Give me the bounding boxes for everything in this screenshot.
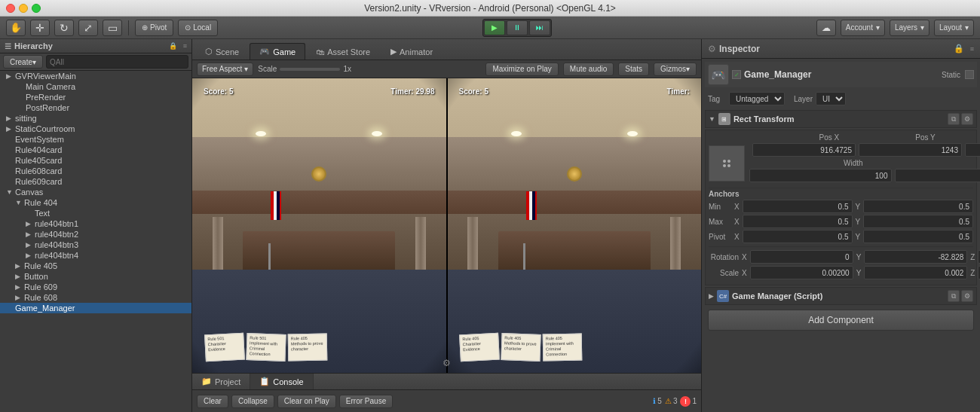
rot-y-input[interactable] [864, 250, 967, 264]
tree-item-button[interactable]: ▶ Button [0, 271, 191, 282]
rot-x-input[interactable] [750, 250, 853, 264]
tab-scene[interactable]: ⬡ Scene [195, 43, 249, 60]
rect-transform-copy-icon[interactable]: ⧉ [948, 113, 960, 125]
maximize-button[interactable] [32, 4, 41, 13]
local-label: Local [193, 23, 211, 32]
tab-console[interactable]: 📋 Console [250, 374, 313, 389]
tree-item-rule608[interactable]: ▶ Rule 608 [0, 292, 191, 303]
script-copy-icon[interactable]: ⧉ [948, 290, 960, 302]
static-checkbox[interactable] [965, 70, 974, 79]
max-x-input[interactable] [743, 215, 853, 228]
create-button[interactable]: Create ▾ [3, 55, 43, 69]
min-x-input[interactable] [743, 200, 853, 213]
script-settings-icon[interactable]: ⚙ [961, 290, 973, 302]
hierarchy-lock-icon[interactable]: 🔒 [169, 42, 177, 50]
tree-item-maincamera[interactable]: Main Camera [0, 81, 191, 92]
warning-count: 3 [673, 397, 678, 405]
tree-item-prerender[interactable]: PreRender [0, 92, 191, 102]
account-dropdown[interactable]: Account ▾ [841, 20, 885, 36]
script-title: Game Manager (Script) [732, 291, 945, 301]
tree-item-rule404btn1[interactable]: ▶ rule404btn1 [0, 218, 191, 229]
hand-tool-button[interactable]: ✋ [6, 20, 26, 36]
tree-item-sitting[interactable]: ▶ sitting [0, 113, 191, 124]
local-button[interactable]: ⊙ Local [178, 20, 218, 36]
tree-item-rule609card[interactable]: Rule609card [0, 176, 191, 187]
gizmos-button[interactable]: Gizmos ▾ [654, 63, 697, 76]
script-section-header[interactable]: ▶ C# Game Manager (Script) ⧉ ⚙ [705, 287, 977, 305]
pos-y-input[interactable] [859, 143, 962, 157]
width-input[interactable] [749, 169, 892, 182]
tree-item-rule405card[interactable]: Rule405card [0, 155, 191, 166]
height-input[interactable] [895, 169, 981, 182]
rect-tool-button[interactable]: ▭ [103, 20, 122, 36]
scale-x-input[interactable] [750, 266, 853, 279]
tree-item-gvrviewermain[interactable]: ▶ GVRViewerMain [0, 71, 191, 81]
main-area: ☰ Hierarchy 🔒 ≡ Create ▾ ▶ GVRViewerMain… [0, 39, 980, 412]
add-component-button[interactable]: Add Component [708, 310, 974, 331]
layout-dropdown[interactable]: Layout ▾ [934, 20, 974, 36]
inspector-header: ⚙ Inspector 🔒 ≡ [702, 39, 980, 59]
maximize-on-play-button[interactable]: Maximize on Play [485, 63, 558, 76]
tree-item-rule609[interactable]: ▶ Rule 609 [0, 282, 191, 292]
pivot-x-input[interactable] [743, 230, 853, 243]
aspect-dropdown[interactable]: Free Aspect ▾ [197, 63, 253, 76]
pos-z-input[interactable] [965, 143, 980, 157]
layer-dropdown[interactable]: UI [816, 92, 846, 105]
tab-asset-store[interactable]: 🛍 Asset Store [306, 44, 380, 60]
play-button[interactable]: ▶ [484, 20, 505, 35]
tree-item-rule404card[interactable]: Rule404card [0, 145, 191, 155]
rotate-tool-button[interactable]: ↻ [54, 20, 74, 36]
hierarchy-menu-icon[interactable]: ≡ [183, 42, 187, 50]
tree-item-canvas[interactable]: ▼ Canvas [0, 187, 191, 197]
pause-button[interactable]: ⏸ [507, 20, 528, 35]
hierarchy-search-input[interactable] [46, 55, 188, 69]
mute-audio-button[interactable]: Mute audio [563, 63, 614, 76]
tree-item-rule404btn4[interactable]: ▶ rule404btn4 [0, 250, 191, 261]
tree-item-rule404btn2[interactable]: ▶ rule404btn2 [0, 229, 191, 240]
move-tool-button[interactable]: ✛ [30, 20, 50, 36]
tab-project[interactable]: 📁 Project [192, 374, 250, 389]
tree-item-rule608card[interactable]: Rule608card [0, 166, 191, 176]
tree-item-game-manager[interactable]: Game_Manager [0, 303, 191, 313]
tree-item-rule405[interactable]: ▶ Rule 405 [0, 261, 191, 271]
tree-item-eventsystem[interactable]: EventSystem [0, 134, 191, 145]
inspector-menu-icon[interactable]: ≡ [970, 45, 974, 53]
console-status: ℹ 5 ⚠ 3 ! 1 [653, 396, 697, 407]
clear-on-play-button[interactable]: Clear on Play [277, 395, 336, 408]
mute-label: Mute audio [570, 65, 607, 73]
stats-button[interactable]: Stats [618, 63, 649, 76]
scale-tool-button[interactable]: ⤢ [78, 20, 98, 36]
tree-item-rule404[interactable]: ▼ Rule 404 [0, 197, 191, 208]
tab-animator[interactable]: ▶ Animator [381, 43, 443, 60]
tree-item-postrender[interactable]: PostRender [0, 102, 191, 113]
collapse-button[interactable]: Collapse [231, 395, 274, 408]
rect-transform-section-header[interactable]: ▼ ⊞ Rect Transform ⧉ ⚙ [705, 110, 977, 128]
tag-dropdown[interactable]: Untagged [729, 92, 785, 105]
minimize-button[interactable] [19, 4, 28, 13]
pivot-y-input[interactable] [863, 230, 973, 243]
pivot-button[interactable]: ⊕ Pivot [135, 20, 173, 36]
settings-icon[interactable]: ⚙ [443, 358, 451, 368]
error-pause-button[interactable]: Error Pause [339, 395, 393, 408]
rect-transform-settings-icon[interactable]: ⚙ [961, 113, 973, 125]
paper-doc-3: Rule 405Methods to provecharacter [288, 334, 328, 362]
pos-x-input[interactable] [752, 143, 856, 157]
inspector-lock-icon[interactable]: 🔒 [954, 44, 964, 53]
clear-button[interactable]: Clear [197, 395, 228, 408]
step-button[interactable]: ⏭ [529, 20, 550, 35]
tree-item-text[interactable]: Text [0, 208, 191, 218]
close-button[interactable] [6, 4, 15, 13]
scale-y-input[interactable] [864, 266, 967, 279]
asset-store-tab-label: Asset Store [327, 47, 370, 56]
min-y-input[interactable] [863, 200, 973, 213]
scale-slider[interactable] [280, 68, 340, 71]
cloud-button[interactable]: ☁ [816, 20, 836, 36]
tree-item-rule404btn3[interactable]: ▶ rule404btn3 [0, 240, 191, 250]
component-enabled-checkbox[interactable]: ✓ [732, 70, 741, 79]
tab-game[interactable]: 🎮 Game [250, 43, 305, 60]
arrow-icon: ▶ [26, 241, 35, 249]
layers-dropdown[interactable]: Layers ▾ [890, 20, 929, 36]
vr-eye-right: Rule 405Character Evidence Rule 405Metho… [448, 78, 702, 373]
tree-item-staticcourtroom[interactable]: ▶ StaticCourtroom [0, 124, 191, 134]
max-y-input[interactable] [863, 215, 973, 228]
